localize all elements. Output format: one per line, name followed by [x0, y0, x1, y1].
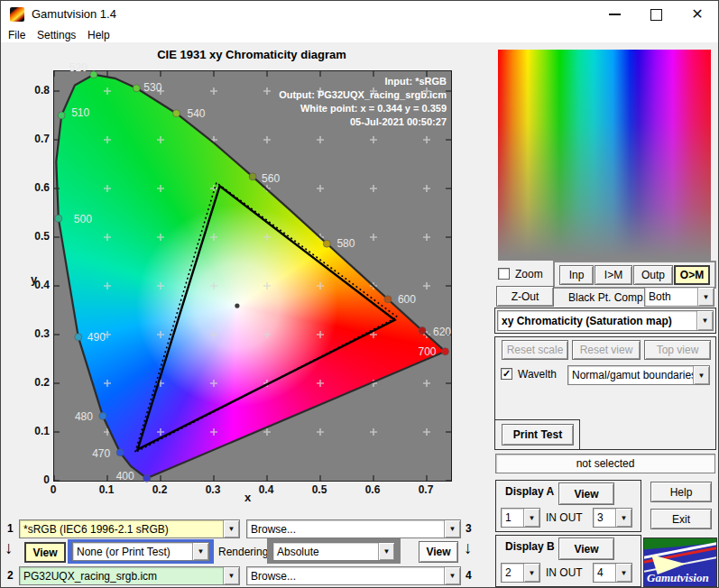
exit-button[interactable]: Exit	[650, 509, 712, 529]
dropdown-arrow-icon[interactable]: ▼	[697, 288, 714, 306]
o-to-m-button[interactable]: O>M	[674, 265, 710, 285]
help-button[interactable]: Help	[650, 482, 712, 502]
top-view-button[interactable]: Top view	[644, 340, 711, 360]
grid-cross	[157, 234, 164, 241]
y-tick-label: 0.2	[19, 376, 50, 389]
display-a-in-select[interactable]: 1▼	[501, 508, 540, 528]
dropdown-arrow-icon[interactable]: ▼	[378, 543, 394, 560]
inp-button[interactable]: Inp	[559, 265, 594, 285]
dropdown-arrow-icon[interactable]: ▼	[615, 564, 631, 582]
y-tick-label: 0.3	[19, 327, 50, 340]
grid-cross	[423, 136, 430, 143]
display-b-in-select[interactable]: 2▼	[501, 563, 540, 583]
grid-cross	[317, 331, 324, 338]
grid-cross	[210, 331, 217, 338]
black-pt-comp-label: Black Pt. Comp.	[568, 291, 646, 304]
grid-cross	[157, 282, 164, 289]
wavelength-dot-480	[99, 412, 106, 419]
z-out-button[interactable]: Z-Out	[496, 286, 554, 307]
input-gamut-triangle	[135, 183, 398, 453]
display-b-title: Display B	[505, 540, 555, 553]
x-tick-label: 0.5	[301, 483, 337, 496]
app-window: Gamutvision 1.4 ✕ File Settings Help CIE…	[0, 0, 719, 588]
display-b-view-button[interactable]: View	[558, 537, 614, 560]
dropdown-arrow-icon[interactable]: ▼	[523, 509, 539, 527]
flow-down-arrow-icon-right: ↓	[464, 538, 473, 558]
plot-info-text: Input: *sRGBOutput: PG32UQX_racing_srgb.…	[279, 75, 447, 129]
grid-cross	[210, 428, 217, 436]
grid-cross	[317, 282, 324, 289]
wavelength-label-400: 400	[116, 470, 134, 482]
grid-cross	[423, 185, 430, 192]
black-pt-comp-select[interactable]: Both ▼	[644, 287, 714, 307]
wavelth-checkbox[interactable]: ✓	[501, 368, 512, 380]
wavelength-dot-580	[323, 240, 330, 247]
reset-scale-button[interactable]: Reset scale	[502, 340, 568, 360]
menu-settings[interactable]: Settings	[37, 29, 76, 41]
slot-4-label: 4	[466, 569, 472, 582]
print-test-button[interactable]: Print Test	[502, 424, 574, 446]
dropdown-arrow-icon[interactable]: ▼	[523, 564, 539, 582]
hue-saturation-swatch[interactable]	[498, 50, 711, 261]
zoom-checkbox[interactable]	[498, 268, 510, 280]
maximize-button[interactable]	[635, 1, 677, 28]
dropdown-arrow-icon[interactable]: ▼	[223, 520, 239, 537]
wavelth-label: Wavelth	[518, 368, 557, 381]
output-profile-select[interactable]: PG32UQX_racing_srgb.icm▼	[19, 566, 240, 585]
maximize-icon	[650, 9, 662, 21]
minimize-button[interactable]	[594, 1, 635, 28]
display-a-out-select[interactable]: 3▼	[593, 508, 632, 528]
x-tick-label: 0.3	[195, 483, 231, 496]
io-view-right-button[interactable]: View	[419, 541, 458, 563]
menu-help[interactable]: Help	[88, 29, 110, 41]
zoom-checkbox-label: Zoom	[515, 268, 543, 280]
grid-cross	[104, 282, 111, 289]
outp-button[interactable]: Outp	[633, 265, 673, 285]
dropdown-arrow-icon[interactable]: ▼	[223, 567, 239, 584]
browse-top-select[interactable]: Browse...▼	[246, 519, 461, 538]
x-tick-label: 0.1	[88, 483, 124, 496]
io-button-panel: Inp I>M Outp O>M	[553, 261, 716, 289]
i-to-m-button[interactable]: I>M	[595, 265, 632, 285]
wavelength-mode-select[interactable]: Normal/gamut boundaries ▼	[567, 365, 710, 385]
white-point-marker	[235, 304, 239, 308]
view-mode-select[interactable]: xy Chromaticity (Saturation map) ▼	[497, 310, 714, 331]
input-profile-select[interactable]: *sRGB (IEC6 1996-2.1 sRGB)▼	[19, 519, 240, 538]
plot-area[interactable]: 4004704804905005105205305405605806006207…	[53, 70, 452, 482]
menu-file[interactable]: File	[8, 29, 25, 41]
dropdown-arrow-icon[interactable]: ▼	[444, 567, 460, 584]
wavelength-label-500: 500	[74, 213, 92, 225]
x-tick-label: 0.6	[355, 483, 391, 496]
wavelength-dot-600	[384, 296, 392, 303]
x-tick-label: 0.2	[142, 483, 178, 496]
display-b-in-out-label: IN OUT	[546, 566, 583, 579]
rendering-intent-select[interactable]: Absolute▼	[272, 542, 395, 561]
grid-cross	[104, 136, 111, 143]
reset-view-button[interactable]: Reset view	[572, 340, 641, 360]
wavelength-dot-400	[143, 474, 151, 482]
flow-down-arrow-icon-left: ↓	[5, 538, 14, 558]
dropdown-arrow-icon[interactable]: ▼	[693, 366, 709, 384]
print-test-source-select[interactable]: None (or Print Test)▼	[72, 542, 209, 561]
chart-title: CIE 1931 xy Chromaticity diagram	[53, 48, 450, 61]
dropdown-arrow-icon[interactable]: ▼	[444, 520, 460, 537]
io-view-left-button[interactable]: View	[24, 542, 66, 563]
close-button[interactable]: ✕	[677, 1, 718, 28]
wavelength-label-700: 700	[418, 345, 436, 358]
grid-cross	[210, 234, 217, 241]
grid-cross	[157, 136, 164, 143]
grid-cross	[317, 380, 324, 387]
grid-cross	[317, 428, 324, 436]
browse-bottom-select[interactable]: Browse...▼	[246, 566, 461, 585]
display-a-view-button[interactable]: View	[558, 482, 614, 505]
dropdown-arrow-icon[interactable]: ▼	[615, 509, 631, 527]
display-a-in-out-label: IN OUT	[546, 511, 583, 524]
wavelength-label-520: 520	[69, 61, 88, 74]
grid-cross	[210, 380, 217, 387]
dropdown-arrow-icon[interactable]: ▼	[696, 311, 713, 330]
y-tick-label: 0.4	[19, 279, 50, 291]
display-b-out-select[interactable]: 4▼	[593, 563, 632, 583]
wavelength-label-620: 620	[433, 326, 451, 338]
plot-info-line: Output: PG32UQX_racing_srgb.icm	[279, 88, 447, 102]
dropdown-arrow-icon[interactable]: ▼	[192, 543, 208, 560]
